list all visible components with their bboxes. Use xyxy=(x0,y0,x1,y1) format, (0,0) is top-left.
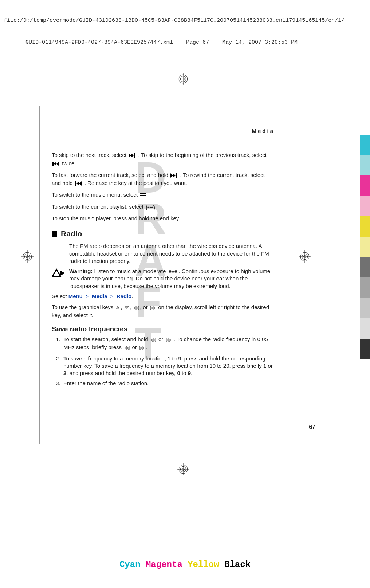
fast-forward-icon xyxy=(170,172,178,179)
svg-marker-24 xyxy=(54,162,56,166)
sub-heading: Save radio frequencies xyxy=(52,324,275,334)
next-track-icon xyxy=(129,152,136,159)
svg-marker-31 xyxy=(79,181,82,186)
up-triangle-icon xyxy=(115,304,120,312)
svg-marker-45 xyxy=(166,338,169,342)
color-swatch xyxy=(360,175,370,196)
registration-mark-icon xyxy=(177,73,189,85)
svg-marker-37 xyxy=(116,306,119,309)
svg-marker-44 xyxy=(153,338,156,342)
paragraph: To skip to the next track, select . To s… xyxy=(52,151,275,168)
svg-marker-20 xyxy=(129,153,131,158)
color-swatch xyxy=(360,237,370,257)
svg-marker-46 xyxy=(169,338,171,342)
color-swatch xyxy=(360,196,370,216)
menu-lines-icon xyxy=(140,192,146,199)
scan-back-icon xyxy=(124,344,130,352)
rewind-icon xyxy=(75,180,82,188)
meta-guid: GUID-0114949A-2FD0-4027-894A-63EEE925744… xyxy=(4,39,366,46)
playlist-icon: (•••) xyxy=(146,204,155,211)
page-content: Media To skip to the next track, select … xyxy=(52,127,275,390)
color-swatch xyxy=(360,135,370,155)
color-swatch xyxy=(360,216,370,237)
scan-back-icon xyxy=(150,336,156,344)
svg-marker-30 xyxy=(76,181,79,186)
cmyk-footer: Cyan Magenta Yellow Black xyxy=(0,559,370,571)
section-heading-radio: Radio xyxy=(52,229,275,239)
paragraph: To switch to the current playlist, selec… xyxy=(52,203,275,211)
paragraph: To stop the music player, press and hold… xyxy=(52,215,275,222)
list-item: To start the search, select and hold or … xyxy=(62,336,275,352)
svg-marker-39 xyxy=(134,306,136,310)
scan-back-icon xyxy=(133,304,139,312)
svg-marker-38 xyxy=(125,306,129,309)
color-swatch xyxy=(360,257,370,277)
svg-marker-50 xyxy=(142,346,145,350)
svg-marker-43 xyxy=(151,338,153,342)
scan-forward-icon xyxy=(139,344,145,352)
svg-rect-33 xyxy=(140,195,146,196)
down-triangle-icon xyxy=(125,304,129,312)
svg-marker-26 xyxy=(170,173,173,178)
color-swatch xyxy=(360,277,370,298)
warning-label: Warning: xyxy=(69,268,92,274)
svg-marker-48 xyxy=(127,346,129,350)
heading-bullet-icon xyxy=(52,231,57,237)
svg-rect-34 xyxy=(140,197,146,197)
list-item: Enter the name of the radio station. xyxy=(62,380,275,387)
running-head: Media xyxy=(52,127,275,135)
paragraph: To use the graphical keys , , , or on th… xyxy=(52,304,275,319)
prev-track-icon xyxy=(52,161,60,168)
svg-rect-29 xyxy=(75,181,76,186)
registration-mark-icon xyxy=(299,250,311,263)
svg-rect-23 xyxy=(52,162,54,166)
svg-marker-25 xyxy=(56,162,59,166)
color-swatch xyxy=(360,339,370,359)
svg-marker-41 xyxy=(150,306,153,310)
radio-intro: The FM radio depends on an antenna other… xyxy=(69,242,275,265)
registration-mark-icon xyxy=(177,463,189,475)
paragraph: To fast forward the current track, selec… xyxy=(52,171,275,188)
navigation-path: Select Menu > Media > Radio. xyxy=(52,293,275,300)
svg-marker-47 xyxy=(124,346,127,350)
meta-path: file:/D:/temp/overmode/GUID-431D2638-1BD… xyxy=(4,17,366,24)
list-item: To save a frequency to a memory location… xyxy=(62,355,275,377)
svg-marker-27 xyxy=(173,173,176,178)
page-number: 67 xyxy=(309,423,315,431)
registration-mark-icon xyxy=(21,250,34,263)
svg-rect-32 xyxy=(140,193,146,194)
scan-forward-icon xyxy=(166,336,172,344)
paragraph: To switch to the music menu, select . xyxy=(52,191,275,199)
svg-rect-28 xyxy=(176,173,177,178)
color-swatch xyxy=(360,298,370,318)
print-meta-header: file:/D:/temp/overmode/GUID-431D2638-1BD… xyxy=(0,0,370,54)
scan-forward-icon xyxy=(150,304,156,312)
color-swatch xyxy=(360,155,370,175)
svg-marker-21 xyxy=(131,153,134,158)
svg-marker-42 xyxy=(153,306,156,310)
steps-list: To start the search, select and hold or … xyxy=(52,336,275,387)
svg-marker-35 xyxy=(52,269,60,276)
warning-icon xyxy=(52,268,66,290)
svg-marker-49 xyxy=(139,346,142,350)
warning-block: Warning: Listen to music at a moderate l… xyxy=(52,268,275,290)
svg-marker-36 xyxy=(60,271,65,276)
color-calibration-bars xyxy=(360,135,370,359)
svg-rect-22 xyxy=(134,153,135,158)
svg-marker-40 xyxy=(136,306,139,310)
color-swatch xyxy=(360,318,370,339)
